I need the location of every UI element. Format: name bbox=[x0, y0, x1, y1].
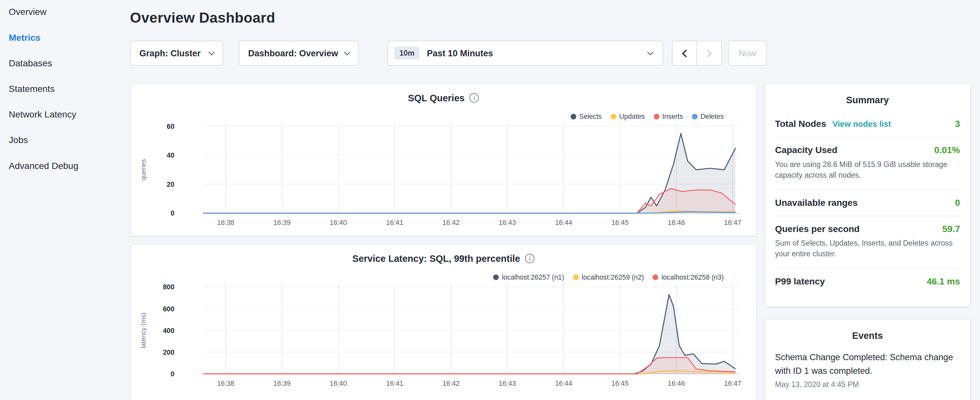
svg-text:16:43: 16:43 bbox=[499, 379, 516, 387]
service-latency-chart-card: Service Latency: SQL, 99th percentile i … bbox=[130, 244, 757, 400]
svg-text:16:42: 16:42 bbox=[442, 219, 460, 226]
app-root: Overview Metrics Databases Statements Ne… bbox=[0, 0, 980, 400]
chevron-down-icon bbox=[647, 49, 653, 55]
svg-text:16:42: 16:42 bbox=[442, 379, 460, 387]
svg-text:16:40: 16:40 bbox=[330, 379, 347, 387]
sidebar-item-databases[interactable]: Databases bbox=[9, 58, 125, 73]
events-title: Events bbox=[775, 319, 960, 347]
summary-label: Total Nodes bbox=[775, 119, 826, 129]
summary-label: Capacity Used bbox=[775, 145, 837, 155]
legend-dot bbox=[692, 113, 697, 119]
info-icon[interactable]: i bbox=[525, 254, 535, 263]
legend-item[interactable]: Updates bbox=[611, 113, 645, 120]
legend-item[interactable]: Inserts bbox=[654, 113, 683, 120]
chart-title: Service Latency: SQL, 99th percentile bbox=[352, 253, 520, 264]
svg-text:queries: queries bbox=[140, 159, 147, 180]
sidebar-item-network-latency[interactable]: Network Latency bbox=[9, 109, 125, 124]
sidebar-item-jobs[interactable]: Jobs bbox=[9, 135, 125, 150]
summary-row-total-nodes: Total Nodes View nodes list 3 bbox=[775, 112, 960, 137]
sql-queries-chart[interactable]: 16:3816:3916:4016:4116:4216:4316:4416:45… bbox=[131, 84, 756, 236]
summary-label: Unavailable ranges bbox=[775, 198, 858, 207]
svg-text:16:39: 16:39 bbox=[274, 379, 291, 387]
summary-label: Queries per second bbox=[775, 224, 860, 234]
graph-scope-dropdown[interactable]: Graph: Cluster bbox=[130, 41, 223, 66]
legend-item[interactable]: Deletes bbox=[692, 113, 724, 120]
chart-canvas[interactable]: 16:3816:3916:4016:4116:4216:4316:4416:45… bbox=[131, 84, 756, 236]
legend-item[interactable]: localhost:26257 (n1) bbox=[493, 273, 564, 280]
legend-dot bbox=[652, 274, 658, 280]
summary-value: 59.7 bbox=[942, 224, 960, 234]
summary-desc: Sum of Selects, Updates, Inserts, and De… bbox=[775, 238, 960, 260]
svg-text:latency (ms): latency (ms) bbox=[140, 312, 147, 348]
legend-label: Inserts bbox=[662, 113, 683, 120]
time-range-label: Past 10 Minutes bbox=[427, 48, 493, 58]
now-button[interactable]: Now bbox=[728, 41, 767, 66]
svg-text:16:45: 16:45 bbox=[611, 219, 628, 226]
time-range-prev-button[interactable] bbox=[672, 41, 697, 66]
legend-dot bbox=[493, 274, 499, 280]
summary-value: 0 bbox=[955, 198, 960, 207]
legend-label: localhost:26258 (n3) bbox=[661, 273, 724, 280]
chevron-left-icon bbox=[682, 49, 690, 57]
summary-value: 0.01% bbox=[934, 145, 960, 155]
svg-text:800: 800 bbox=[163, 283, 174, 291]
legend-label: Updates bbox=[619, 113, 645, 120]
legend-item[interactable]: Selects bbox=[570, 113, 602, 120]
svg-text:600: 600 bbox=[163, 305, 174, 313]
svg-text:400: 400 bbox=[163, 327, 174, 335]
svg-text:60: 60 bbox=[167, 123, 174, 131]
time-range-badge: 10m bbox=[395, 47, 419, 59]
time-range-arrows bbox=[672, 41, 722, 66]
events-panel: Events Schema Change Completed: Schema c… bbox=[765, 319, 970, 400]
event-item[interactable]: Schema Change Completed: Schema change w… bbox=[775, 347, 960, 389]
svg-text:16:39: 16:39 bbox=[274, 219, 291, 226]
sidebar-item-overview[interactable]: Overview bbox=[9, 7, 125, 22]
legend-dot bbox=[611, 113, 616, 119]
svg-text:16:40: 16:40 bbox=[330, 219, 347, 226]
sidebar-item-statements[interactable]: Statements bbox=[9, 84, 125, 99]
svg-text:16:46: 16:46 bbox=[668, 219, 685, 226]
summary-desc: You are using 28.6 MiB of 515.9 GiB usab… bbox=[775, 159, 960, 181]
graph-scope-label: Graph: Cluster bbox=[140, 48, 200, 58]
legend-dot bbox=[654, 113, 659, 119]
legend-item[interactable]: localhost:26259 (n2) bbox=[573, 273, 644, 280]
summary-row-p99-latency: P99 latency 46.1 ms bbox=[775, 269, 960, 294]
svg-text:16:44: 16:44 bbox=[555, 219, 572, 226]
svg-text:16:43: 16:43 bbox=[499, 219, 516, 226]
svg-text:16:41: 16:41 bbox=[386, 379, 403, 387]
svg-text:16:38: 16:38 bbox=[217, 379, 234, 387]
sidebar-item-advanced-debug[interactable]: Advanced Debug bbox=[9, 161, 125, 175]
legend-dot bbox=[573, 274, 579, 280]
chevron-right-icon bbox=[704, 49, 712, 57]
summary-row-queries-per-second: Queries per second 59.7 Sum of Selects, … bbox=[775, 216, 960, 269]
svg-text:0: 0 bbox=[170, 370, 174, 378]
legend-label: Deletes bbox=[700, 113, 724, 120]
time-range-dropdown[interactable]: 10m Past 10 Minutes bbox=[388, 41, 663, 66]
sidebar-item-metrics[interactable]: Metrics bbox=[9, 32, 125, 47]
chart-legend: localhost:26257 (n1)localhost:26259 (n2)… bbox=[493, 273, 724, 280]
dashboard-label: Dashboard: Overview bbox=[248, 48, 338, 58]
legend-item[interactable]: localhost:26258 (n3) bbox=[652, 273, 724, 280]
chart-legend: SelectsUpdatesInsertsDeletes bbox=[570, 113, 724, 120]
chart-canvas[interactable]: 16:3816:3916:4016:4116:4216:4316:4416:45… bbox=[131, 244, 756, 396]
svg-text:16:47: 16:47 bbox=[724, 379, 741, 387]
time-range-next-button[interactable] bbox=[697, 41, 722, 66]
event-timestamp: May 13, 2020 at 4:45 PM bbox=[775, 380, 960, 389]
service-latency-chart[interactable]: 16:3816:3916:4016:4116:4216:4316:4416:45… bbox=[131, 244, 756, 400]
sidebar: Overview Metrics Databases Statements Ne… bbox=[0, 0, 125, 400]
legend-label: localhost:26259 (n2) bbox=[582, 273, 644, 280]
chevron-down-icon bbox=[344, 49, 350, 55]
legend-label: Selects bbox=[579, 113, 602, 120]
svg-text:16:46: 16:46 bbox=[668, 379, 685, 387]
dashboard-dropdown[interactable]: Dashboard: Overview bbox=[239, 41, 359, 66]
controls-bar: Graph: Cluster Dashboard: Overview 10m P… bbox=[130, 41, 818, 66]
summary-row-capacity-used: Capacity Used 0.01% You are using 28.6 M… bbox=[775, 137, 960, 190]
svg-text:16:44: 16:44 bbox=[555, 379, 572, 387]
page-title: Overview Dashboard bbox=[130, 10, 275, 26]
svg-text:0: 0 bbox=[170, 209, 174, 217]
legend-label: localhost:26257 (n1) bbox=[502, 273, 564, 280]
info-icon[interactable]: i bbox=[469, 93, 479, 103]
svg-text:16:38: 16:38 bbox=[217, 219, 234, 226]
summary-title: Summary bbox=[775, 84, 960, 112]
view-nodes-list-link[interactable]: View nodes list bbox=[832, 120, 891, 129]
